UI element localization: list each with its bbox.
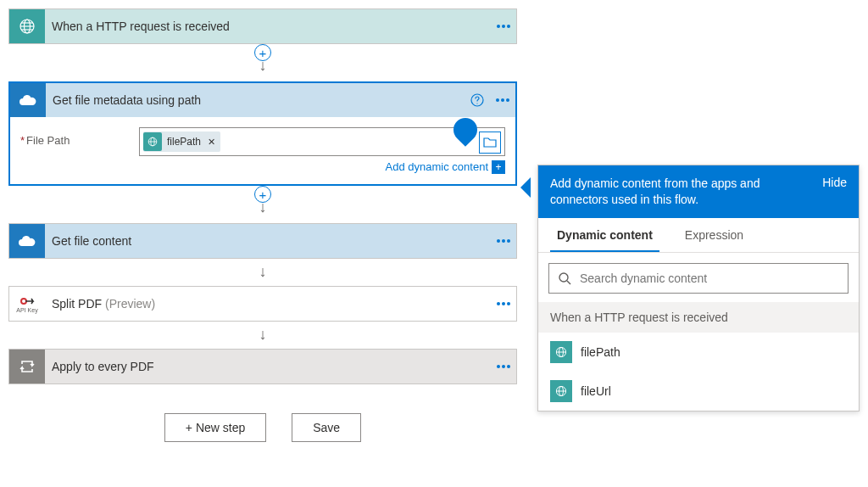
http-icon <box>550 341 572 363</box>
step-split-pdf[interactable]: API Key Split PDF (Preview) <box>8 286 517 322</box>
item-label: fileUrl <box>581 384 611 398</box>
step-menu-button[interactable] <box>491 224 516 258</box>
search-input[interactable] <box>580 271 839 285</box>
step-menu-button[interactable] <box>491 9 516 43</box>
search-input-wrap[interactable] <box>548 263 849 294</box>
dynamic-item-filepath[interactable]: filePath <box>538 333 859 372</box>
file-path-field: *File Path filePath ✕ <box>20 127 505 174</box>
browse-folder-button[interactable] <box>479 132 501 154</box>
help-button[interactable] <box>465 83 490 117</box>
onedrive-icon <box>9 224 45 258</box>
step-title: Get file content <box>45 234 491 248</box>
flow-canvas: When a HTTP request is received + ↓ Get … <box>8 8 517 442</box>
loop-icon <box>9 350 45 383</box>
step-get-file-content[interactable]: Get file content <box>8 223 517 259</box>
search-icon <box>558 271 571 285</box>
hide-panel-button[interactable]: Hide <box>822 176 847 189</box>
step-title: Get file metadata using path <box>46 93 465 107</box>
step-menu-button[interactable] <box>490 83 515 117</box>
svg-point-11 <box>559 273 568 282</box>
new-step-button[interactable]: + New step <box>164 413 266 442</box>
drop-indicator <box>448 113 482 147</box>
save-button[interactable]: Save <box>292 413 361 442</box>
dynamic-content-panel: Add dynamic content from the apps and co… <box>537 165 860 411</box>
item-label: filePath <box>581 345 620 359</box>
http-icon <box>143 132 162 151</box>
svg-point-6 <box>476 103 477 104</box>
token-remove[interactable]: ✕ <box>206 137 215 148</box>
token-filepath[interactable]: filePath ✕ <box>143 132 220 152</box>
connector: ↓ <box>8 259 517 286</box>
footer-buttons: + New step Save <box>8 413 517 442</box>
onedrive-icon <box>10 83 46 117</box>
dynamic-item-fileurl[interactable]: fileUrl <box>538 372 859 411</box>
tab-expression[interactable]: Expression <box>678 218 750 252</box>
http-icon <box>550 380 572 402</box>
step-apply-to-each[interactable]: Apply to every PDF <box>8 349 517 384</box>
panel-header: Add dynamic content from the apps and co… <box>538 165 859 218</box>
panel-pointer <box>520 177 531 198</box>
connector: ↓ <box>8 322 517 349</box>
content-group-header: When a HTTP request is received <box>538 302 859 333</box>
step-menu-button[interactable] <box>491 350 516 383</box>
file-path-input[interactable]: filePath ✕ <box>139 127 505 156</box>
svg-line-12 <box>567 281 570 284</box>
api-key-icon: API Key <box>9 287 45 321</box>
plus-icon: + <box>492 160 505 174</box>
tab-dynamic-content[interactable]: Dynamic content <box>550 218 659 252</box>
step-http-trigger[interactable]: When a HTTP request is received <box>8 8 517 44</box>
http-icon <box>9 9 45 43</box>
panel-header-text: Add dynamic content from the apps and co… <box>550 176 822 208</box>
step-get-file-metadata[interactable]: Get file metadata using path *File Path … <box>8 81 517 186</box>
token-label: filePath <box>167 136 201 148</box>
step-title: Split PDF (Preview) <box>45 297 491 311</box>
step-title: When a HTTP request is received <box>45 20 491 33</box>
panel-tabs: Dynamic content Expression <box>538 218 859 253</box>
add-dynamic-content-link[interactable]: Add dynamic content+ <box>386 160 505 173</box>
arrow-icon: ↓ <box>259 266 267 277</box>
connector: + ↓ <box>8 44 517 81</box>
step-menu-button[interactable] <box>491 287 516 321</box>
arrow-icon: ↓ <box>259 201 267 213</box>
field-label: *File Path <box>20 127 139 147</box>
arrow-icon: ↓ <box>259 328 267 340</box>
step-title: Apply to every PDF <box>45 360 491 373</box>
arrow-icon: ↓ <box>259 59 267 71</box>
connector: + ↓ <box>8 186 517 223</box>
